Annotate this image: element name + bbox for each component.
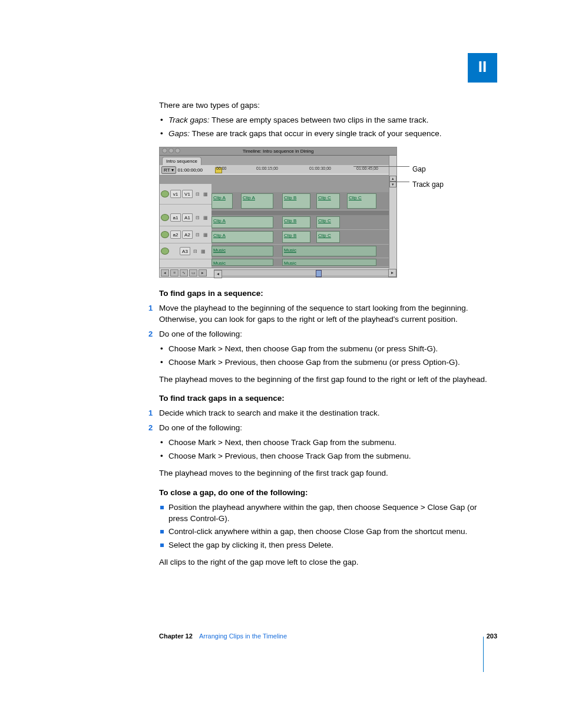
track-a1[interactable]: Clip A Clip B Clip C: [211, 215, 396, 230]
dest-patch[interactable]: A1: [182, 213, 193, 222]
clip[interactable]: Music: [211, 246, 273, 256]
list-text: Choose Mark > Next, then choose Track Ga…: [168, 438, 396, 447]
list-item: Select the gap by clicking it, then pres…: [159, 540, 497, 551]
dest-patch[interactable]: A2: [182, 230, 193, 239]
source-patch[interactable]: a2: [170, 230, 181, 239]
toggle-icon[interactable]: ▭: [189, 269, 197, 276]
track-a3-pair[interactable]: Music Music: [211, 258, 396, 267]
toggle-icon[interactable]: ≡: [170, 269, 178, 276]
gap-types-list: Track gaps: These are empty spaces betwe…: [159, 115, 497, 140]
sequence-tabbar: Intro sequence: [160, 156, 396, 165]
list-text: Choose Mark > Previous, then choose Gap …: [168, 358, 460, 367]
clip[interactable]: Music: [211, 259, 273, 266]
step: 1 Decide which track to search and make …: [159, 408, 497, 419]
callout-gap-label: Gap: [412, 164, 426, 174]
lock-icon[interactable]: ⊟: [191, 248, 199, 255]
lock-icon[interactable]: ⊟: [194, 214, 201, 221]
callout-trackgap-label: Track gap: [412, 180, 444, 190]
track-a2[interactable]: Clip A Clip B Clip C: [211, 230, 396, 245]
step-text: Decide which track to search and make it…: [159, 409, 379, 417]
clip[interactable]: Clip C: [347, 193, 376, 209]
window-title: Timeline: Intro sequence in Dining: [243, 149, 314, 154]
scroll-left-icon[interactable]: ◂: [214, 270, 222, 278]
scroll-down-icon[interactable]: ▾: [389, 182, 396, 187]
clip[interactable]: Clip B: [282, 231, 310, 243]
lock-icon[interactable]: ⊟: [194, 231, 201, 238]
mute-icon[interactable]: ▦: [202, 214, 209, 221]
section-heading: To close a gap, do one of the following:: [159, 487, 497, 499]
clip[interactable]: Clip C: [316, 216, 340, 228]
list-item: Control-click anywhere within a gap, the…: [159, 526, 497, 538]
step-text: Move the playhead to the beginning of th…: [159, 304, 468, 324]
step-text: Do one of the following:: [159, 330, 242, 338]
sub-bullets: Choose Mark > Next, then choose Gap from…: [159, 344, 497, 368]
clip[interactable]: Clip A: [241, 193, 273, 209]
source-patch[interactable]: v1: [170, 190, 181, 198]
clip[interactable]: Clip C: [316, 231, 340, 243]
visibility-toggle[interactable]: [161, 231, 169, 238]
scroll-up-icon[interactable]: ▴: [389, 176, 396, 182]
tracks-area[interactable]: Clip A Clip A Clip B Clip C Clip C Clip …: [211, 176, 396, 268]
step-number: 2: [148, 423, 153, 433]
term: Track gaps:: [168, 116, 210, 124]
step-text: Do one of the following:: [159, 423, 242, 432]
step-number: 1: [148, 303, 153, 314]
mute-icon[interactable]: ▦: [200, 248, 207, 255]
step: 2 Do one of the following:: [159, 329, 497, 340]
clip[interactable]: Clip A: [211, 216, 273, 228]
toggle-icon[interactable]: ∿: [180, 269, 188, 276]
sub-bullets: Choose Mark > Next, then choose Track Ga…: [159, 437, 497, 462]
clip[interactable]: Clip A: [211, 193, 233, 209]
dest-patch[interactable]: A3: [180, 247, 190, 255]
autoselect-icon[interactable]: ▦: [202, 190, 209, 197]
scroll-thumb[interactable]: [316, 270, 322, 277]
clip[interactable]: Clip B: [282, 193, 310, 209]
vertical-scrollbar[interactable]: ▴ ▾: [389, 156, 396, 269]
clip[interactable]: Clip C: [316, 193, 340, 209]
visibility-toggle[interactable]: [161, 214, 169, 221]
track-v1[interactable]: Clip A Clip A Clip B Clip C Clip C: [211, 192, 396, 210]
dest-patch[interactable]: V1: [182, 190, 193, 198]
page-footer: Chapter 12 Arranging Clips in the Timeli…: [159, 632, 497, 641]
clip[interactable]: Clip B: [282, 216, 310, 228]
window-titlebar: Timeline: Intro sequence in Dining: [160, 147, 396, 156]
horizontal-scrollbar[interactable]: ◂: [214, 269, 389, 276]
toggle-icon[interactable]: ◂: [161, 269, 169, 276]
ruler-tick: 01:00:15;00: [256, 166, 278, 172]
clip[interactable]: Clip A: [211, 231, 273, 243]
list-text: Choose Mark > Previous, then choose Trac…: [168, 452, 411, 460]
list-item: Choose Mark > Previous, then choose Trac…: [159, 451, 497, 462]
list-text: Position the playhead anywhere within th…: [168, 503, 477, 523]
list-item: Choose Mark > Next, then choose Gap from…: [159, 344, 497, 355]
traffic-lights-icon: [162, 148, 180, 153]
term-desc: These are track gaps that occur in every…: [192, 129, 442, 138]
timeline-header: RT ▾ 01:00:00;00 00:00 01:00:15;00 01:00…: [160, 165, 396, 176]
toggle-icon[interactable]: ▸: [199, 269, 207, 276]
list-text: Select the gap by clicking it, then pres…: [168, 541, 333, 549]
chapter-title: Arranging Clips in the Timeline: [199, 633, 287, 640]
clip[interactable]: Music: [282, 246, 376, 256]
result-para: The playhead moves to the beginning of t…: [159, 374, 497, 386]
lock-icon[interactable]: ⊟: [194, 190, 201, 197]
intro-para: There are two types of gaps:: [159, 100, 497, 111]
chapter-label: Chapter 12: [159, 633, 193, 640]
list-item: Choose Mark > Next, then choose Track Ga…: [159, 437, 497, 449]
visibility-toggle[interactable]: [161, 190, 169, 197]
rt-menu-button[interactable]: RT ▾: [161, 166, 176, 174]
source-patch[interactable]: a1: [170, 213, 181, 222]
result-para: The playhead moves to the beginning of t…: [159, 468, 497, 479]
ruler-tick: 00:00: [216, 166, 227, 172]
step-number: 2: [148, 329, 153, 340]
section-heading: To find gaps in a sequence:: [159, 288, 497, 299]
clip[interactable]: Music: [282, 259, 376, 266]
callout-line: [353, 166, 409, 167]
visibility-toggle[interactable]: [161, 248, 169, 255]
sequence-tab[interactable]: Intro sequence: [162, 157, 201, 165]
list-text: Control-click anywhere within a gap, the…: [168, 527, 467, 536]
current-timecode[interactable]: 01:00:00;00: [178, 167, 203, 173]
side-rule: [483, 637, 484, 672]
mute-icon[interactable]: ▦: [202, 231, 209, 238]
track-a3[interactable]: Music Music: [211, 245, 396, 258]
scroll-right-icon[interactable]: ▸: [388, 269, 396, 277]
term-desc: These are empty spaces between two clips…: [211, 116, 428, 124]
